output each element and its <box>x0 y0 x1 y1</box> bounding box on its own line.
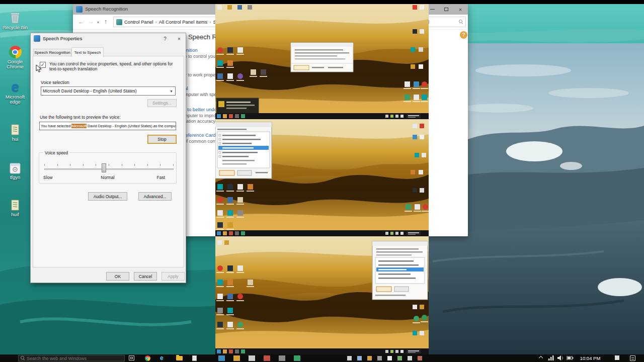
show-hidden-icons-button[interactable] <box>539 355 542 359</box>
audio-output-button[interactable]: Audio Output... <box>88 192 127 201</box>
battery-button[interactable] <box>567 356 574 360</box>
voice-speed-slider-track[interactable] <box>44 168 174 170</box>
dialog-titlebar[interactable]: Speech Properties ? × <box>31 33 186 44</box>
back-icon[interactable]: ← <box>78 18 84 25</box>
desktop-icon-hui[interactable]: hui <box>1 122 29 142</box>
maximize-icon <box>444 8 448 11</box>
tray-icon[interactable] <box>408 356 412 360</box>
keyboard-tray-button[interactable] <box>615 355 619 360</box>
edge-icon: e <box>1 79 29 94</box>
breadcrumb-section[interactable]: All Control Panel Items <box>159 19 208 25</box>
taskbar-app-icon[interactable] <box>279 355 285 361</box>
mouse-cursor <box>36 64 42 73</box>
desktop-icon-huif[interactable]: huif <box>1 197 29 217</box>
chrome-icon <box>1 44 29 58</box>
action-center-button[interactable] <box>630 355 635 361</box>
taskbar-app-icon[interactable] <box>294 355 300 361</box>
tab-speech-recognition[interactable]: Speech Recognition <box>33 49 71 56</box>
video-dialog-1 <box>291 43 353 72</box>
tray-icon[interactable] <box>367 356 372 360</box>
search-icon <box>21 356 25 360</box>
help-button[interactable]: ? <box>460 31 467 39</box>
desktop-icon-microsoft-edge[interactable]: e Microsoft edge <box>1 79 29 105</box>
up-icon[interactable]: ↑ <box>104 18 107 25</box>
taskbar-clock[interactable]: 10:04 PM <box>577 354 604 362</box>
preview-text-input[interactable]: You have selected Microsoft David Deskto… <box>39 122 176 130</box>
recent-pages-chevron-icon[interactable]: ▾ <box>97 19 99 26</box>
desktop-icon-recycle-bin[interactable]: Recycle Bin <box>1 10 29 30</box>
battery-icon <box>567 356 574 360</box>
ok-button[interactable]: OK <box>106 272 129 281</box>
start-button[interactable] <box>4 355 10 361</box>
desktop-icon-tfgyn[interactable]: tfgyn <box>1 160 29 180</box>
action-center-icon <box>630 355 635 361</box>
forward-icon[interactable]: → <box>88 18 94 25</box>
settings-button[interactable]: Settings... <box>147 99 177 107</box>
slider-label-slow: Slow <box>43 175 52 180</box>
voice-speed-group: Voice speed Slow Normal Fast <box>39 152 177 184</box>
taskbar-chrome[interactable] <box>145 355 150 361</box>
network-button[interactable] <box>548 355 554 360</box>
slider-label-normal: Normal <box>101 175 114 180</box>
script-icon <box>1 197 29 211</box>
breadcrumb-root[interactable]: Control Panel <box>124 19 153 25</box>
tray-icon[interactable] <box>387 356 392 360</box>
network-icon <box>548 355 554 360</box>
apply-button[interactable]: Apply <box>162 272 185 281</box>
slider-label-fast: Fast <box>156 175 165 180</box>
taskbar: e 10:04 PM <box>0 354 644 362</box>
taskbar-app-icon[interactable] <box>264 355 270 361</box>
advanced-button[interactable]: Advanced... <box>138 192 172 201</box>
taskbar-file-explorer[interactable] <box>176 355 183 360</box>
tray-icon[interactable] <box>377 356 382 360</box>
video-overlay-strip <box>215 4 429 354</box>
voice-selection-dropdown[interactable]: Microsoft David Desktop - English (Unite… <box>41 86 176 96</box>
desktop-icon-google-chrome[interactable]: Google Chrome <box>1 44 29 69</box>
desktop-icon-label: tfgyn <box>1 175 29 180</box>
tray-icon[interactable] <box>347 356 352 360</box>
window-title: Speech Recognition <box>85 6 128 12</box>
volume-button[interactable] <box>557 355 564 360</box>
tray-icon[interactable] <box>397 356 402 360</box>
taskbar-app-icon[interactable] <box>233 355 240 361</box>
taskbar-document-app[interactable] <box>192 355 197 361</box>
script-icon <box>1 122 29 136</box>
breadcrumb-separator-icon: › <box>209 19 211 25</box>
keyboard-icon <box>615 355 619 360</box>
tab-text-to-speech[interactable]: Text to Speech <box>71 47 104 57</box>
settings-window-icon <box>1 160 29 174</box>
close-button[interactable]: × <box>453 4 467 15</box>
tray-icon[interactable] <box>418 356 422 360</box>
close-icon: × <box>459 7 462 13</box>
taskbar-search-input[interactable] <box>27 356 122 361</box>
desktop-screen: Recycle Bin Google Chrome e Microsoft ed… <box>0 0 644 362</box>
dialog-help-button[interactable]: ? <box>159 34 171 43</box>
task-view-button[interactable] <box>129 355 134 360</box>
desktop-icon-label: hui <box>1 137 29 142</box>
stop-button[interactable]: Stop <box>147 135 177 144</box>
speech-properties-dialog: Speech Properties ? × Speech Recognition… <box>30 33 186 283</box>
breadcrumb-page-icon <box>116 19 122 25</box>
taskbar-app-icon[interactable] <box>249 355 255 361</box>
maximize-button[interactable] <box>439 4 453 15</box>
letterbox-bar <box>0 0 644 4</box>
voice-speed-slider-thumb[interactable] <box>102 163 106 172</box>
tray-icon[interactable] <box>357 356 362 360</box>
speaker-icon <box>557 355 564 360</box>
speech-recognition-window-icon <box>76 6 83 13</box>
desktop-icon-label: Recycle Bin <box>1 25 29 30</box>
edge-icon: e <box>160 355 164 361</box>
taskbar-app-icon[interactable] <box>218 355 225 361</box>
recycle-bin-icon <box>1 10 29 24</box>
desktop-icon-label: Google Chrome <box>1 59 29 69</box>
taskbar-edge[interactable]: e <box>160 355 164 361</box>
speech-properties-icon <box>34 35 40 42</box>
voice-speed-label: Voice speed <box>43 150 69 155</box>
chrome-icon <box>145 355 150 361</box>
video-tooltip <box>216 98 259 115</box>
dialog-title: Speech Properties <box>43 36 82 41</box>
taskbar-search[interactable] <box>18 355 125 361</box>
desktop-icon-label: huif <box>1 212 29 217</box>
cancel-button[interactable]: Cancel <box>134 272 157 281</box>
dialog-close-button[interactable]: × <box>174 34 185 43</box>
